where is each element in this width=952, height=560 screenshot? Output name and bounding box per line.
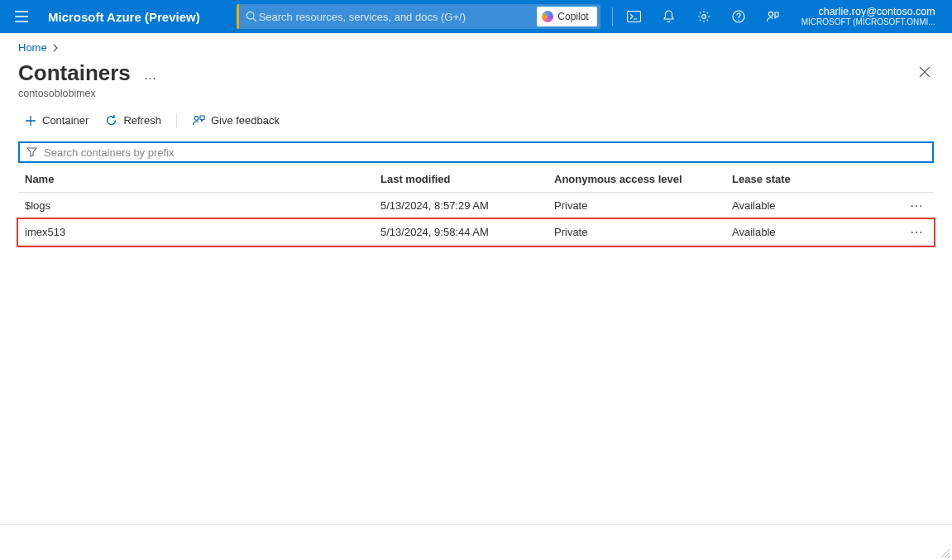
filter-icon bbox=[26, 147, 37, 157]
chevron-right-icon bbox=[52, 44, 59, 52]
feedback-person-icon[interactable] bbox=[757, 0, 790, 33]
cell-modified: 5/13/2024, 9:58:44 AM bbox=[380, 226, 554, 238]
row-more-icon[interactable]: ⋯ bbox=[886, 224, 927, 240]
cell-name: imex513 bbox=[25, 226, 380, 238]
page-subtitle: contosoblobimex bbox=[0, 88, 952, 99]
brand-label[interactable]: Microsoft Azure (Preview) bbox=[48, 10, 200, 24]
close-blade-button[interactable] bbox=[914, 61, 935, 83]
global-search[interactable]: Copilot bbox=[237, 4, 600, 29]
azure-topbar: Microsoft Azure (Preview) Copilot charli… bbox=[0, 0, 952, 33]
breadcrumb: Home bbox=[0, 33, 952, 57]
give-feedback-button[interactable]: Give feedback bbox=[185, 111, 286, 130]
plus-icon bbox=[25, 115, 36, 127]
add-container-button[interactable]: Container bbox=[18, 111, 95, 130]
refresh-button[interactable]: Refresh bbox=[98, 111, 168, 130]
cell-access: Private bbox=[554, 199, 732, 212]
table-row[interactable]: imex5135/13/2024, 9:58:44 AMPrivateAvail… bbox=[18, 219, 934, 246]
user-account-button[interactable]: charlie.roy@contoso.com MICROSOFT (MICRO… bbox=[797, 3, 940, 31]
svg-rect-2 bbox=[628, 12, 641, 22]
user-email: charlie.roy@contoso.com bbox=[801, 7, 935, 18]
svg-point-0 bbox=[246, 12, 254, 19]
table-row[interactable]: $logs5/13/2024, 8:57:29 AMPrivateAvailab… bbox=[18, 193, 934, 219]
command-bar: Container Refresh Give feedback bbox=[0, 99, 952, 138]
cell-name: $logs bbox=[25, 199, 380, 212]
cell-access: Private bbox=[554, 226, 732, 238]
toolbar-separator bbox=[176, 113, 177, 128]
give-feedback-label: Give feedback bbox=[211, 114, 280, 127]
col-lease[interactable]: Lease state bbox=[732, 173, 886, 185]
hamburger-menu-icon[interactable] bbox=[8, 3, 35, 30]
settings-gear-icon[interactable] bbox=[687, 0, 720, 33]
global-search-input[interactable] bbox=[257, 10, 538, 24]
cloud-shell-icon[interactable] bbox=[618, 0, 651, 33]
help-icon[interactable] bbox=[722, 0, 755, 33]
svg-point-6 bbox=[194, 117, 199, 121]
resize-handle-icon[interactable] bbox=[939, 547, 950, 558]
topbar-left: Microsoft Azure (Preview) Copilot bbox=[8, 3, 600, 30]
copilot-icon bbox=[542, 11, 553, 22]
search-icon bbox=[246, 11, 257, 22]
page-title: Containers bbox=[18, 60, 131, 86]
page-header: Containers ⋯ bbox=[0, 57, 952, 86]
filter-containers[interactable] bbox=[18, 141, 934, 163]
col-name[interactable]: Name bbox=[25, 173, 380, 185]
user-tenant: MICROSOFT (MICROSOFT.ONMI... bbox=[801, 17, 935, 26]
copilot-button[interactable]: Copilot bbox=[537, 7, 596, 26]
row-more-icon[interactable]: ⋯ bbox=[886, 198, 927, 213]
feedback-icon bbox=[192, 114, 205, 127]
table-header-row: Name Last modified Anonymous access leve… bbox=[18, 166, 934, 193]
topbar-divider bbox=[612, 7, 613, 26]
footer-divider bbox=[0, 524, 952, 525]
filter-input[interactable] bbox=[42, 146, 926, 160]
cell-lease: Available bbox=[732, 199, 886, 212]
refresh-label: Refresh bbox=[123, 114, 161, 127]
cell-modified: 5/13/2024, 8:57:29 AM bbox=[380, 199, 554, 212]
svg-line-1 bbox=[253, 18, 256, 22]
col-access[interactable]: Anonymous access level bbox=[554, 173, 732, 185]
notifications-icon[interactable] bbox=[653, 0, 686, 33]
containers-table: Name Last modified Anonymous access leve… bbox=[18, 166, 934, 246]
title-more-icon[interactable]: ⋯ bbox=[144, 70, 157, 85]
svg-point-5 bbox=[769, 12, 773, 16]
col-modified[interactable]: Last modified bbox=[380, 173, 554, 185]
topbar-icons bbox=[618, 0, 790, 33]
svg-point-3 bbox=[701, 15, 706, 19]
refresh-icon bbox=[105, 114, 117, 127]
copilot-label: Copilot bbox=[557, 11, 588, 22]
breadcrumb-home[interactable]: Home bbox=[18, 41, 47, 54]
add-container-label: Container bbox=[42, 114, 89, 127]
cell-lease: Available bbox=[732, 226, 886, 238]
